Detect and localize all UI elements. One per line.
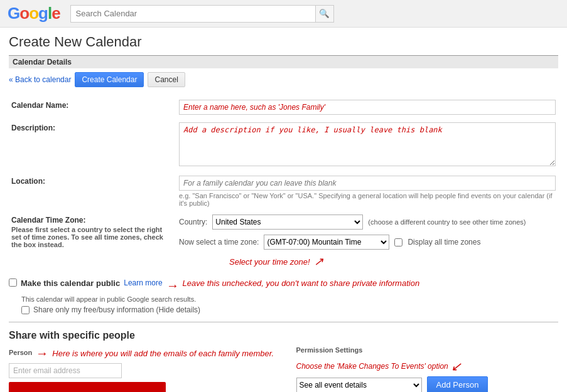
country-label: Country: [179,218,207,226]
leave-unchecked-annotation: Leave this unchecked, you don't want to … [183,278,420,288]
arrow-left-icon: ← [166,278,179,293]
timezone-label-cell: Calendar Time Zone: Please first select … [9,211,176,272]
country-hint: (choose a different country to see other… [368,218,526,226]
top-action-bar: « Back to calendar Create Calendar Cance… [9,72,558,87]
timezone-field-cell: Country: United States (choose a differe… [176,211,558,272]
make-public-row: Make this calendar public Learn more ← L… [9,278,558,293]
tz-now-label: Now select a time zone: [179,238,259,246]
calendar-name-row: Calendar Name: [9,96,558,119]
search-icon: 🔍 [319,9,330,18]
permission-select[interactable]: See all event details [296,378,422,393]
permission-header-row: Permission Settings [296,346,559,356]
location-row: Location: e.g. "San Francisco" or "New Y… [9,172,558,211]
permission-arrow-icon: ↙ [451,359,462,374]
calendar-form: Calendar Name: Description: Location: e.… [9,96,558,272]
description-row: Description: [9,119,558,172]
calendar-name-label: Calendar Name: [9,96,176,119]
timezone-title: Calendar Time Zone: [11,216,170,225]
share-right: Permission Settings Choose the 'Make Cha… [284,346,559,392]
display-all-timezones-checkbox[interactable] [394,238,402,246]
timezone-annotation: Select your time zone! ↗ [229,255,556,268]
location-label: Location: [9,172,176,211]
section-divider [9,322,558,322]
section-header-calendar-details: Calendar Details [9,55,558,68]
learn-more-link[interactable]: Learn more [124,278,162,287]
search-input[interactable] [70,5,315,23]
arrow-up-right-icon: ↗ [314,255,323,268]
person-arrow-icon: ← [36,346,48,361]
timezone-select[interactable]: (GMT-07:00) Mountain Time [264,235,389,250]
make-public-section: Make this calendar public Learn more ← L… [9,278,558,314]
timezone-row: Calendar Time Zone: Please first select … [9,211,558,272]
description-field-cell [176,119,558,172]
page-content: Create New Calendar Calendar Details « B… [0,28,567,392]
email-input[interactable] [9,363,122,378]
share-section-title: Share with specific people [9,330,558,341]
google-logo: Google [8,4,60,23]
cancel-button-top[interactable]: Cancel [148,72,185,87]
share-left: Person ← Here is where you will add the … [9,346,284,392]
back-to-calendar-link-top[interactable]: « Back to calendar [9,75,71,84]
public-desc: This calendar will appear in public Goog… [21,295,558,303]
make-public-checkbox[interactable] [9,278,17,287]
permission-controls-row: See all event details Add Person [296,376,559,392]
search-bar: 🔍 [70,5,334,23]
timezone-annotation-text: Select your time zone! [229,257,310,267]
tz-select-row: Now select a time zone: (GMT-07:00) Moun… [179,235,556,250]
calendar-name-field-cell [176,96,558,119]
share-grid: Person ← Here is where you will add the … [9,346,558,392]
make-public-label: Make this calendar public [21,278,120,288]
permission-annotation-text: Choose the 'Make Changes To Events' opti… [296,362,448,371]
location-input[interactable] [179,176,556,191]
red-bar-decoration [9,382,166,392]
description-textarea[interactable] [179,122,556,166]
description-label: Description: [9,119,176,172]
display-all-label: Display all time zones [408,238,480,246]
country-select[interactable]: United States [212,215,363,230]
permission-col-header: Permission Settings [296,346,363,354]
location-field-cell: e.g. "San Francisco" or "New York" or "U… [176,172,558,211]
permission-annotation-row: Choose the 'Make Changes To Events' opti… [296,359,559,374]
location-hint: e.g. "San Francisco" or "New York" or "U… [179,192,556,207]
country-row: Country: United States (choose a differe… [179,215,556,230]
freebusy-label: Share only my free/busy information (Hid… [33,305,200,314]
create-calendar-button-top[interactable]: Create Calendar [75,72,144,87]
timezone-desc: Please first select a country to select … [11,226,170,248]
add-person-button[interactable]: Add Person [427,376,489,392]
person-col-header: Person [9,349,32,356]
person-annotation: Here is where you will add the emails of… [52,349,274,358]
freebusy-row: Share only my free/busy information (Hid… [21,305,558,314]
header: Google 🔍 [0,0,567,28]
email-row [9,363,284,378]
freebusy-checkbox[interactable] [21,306,30,314]
page-title: Create New Calendar [9,34,558,50]
calendar-name-input[interactable] [179,100,556,115]
search-button[interactable]: 🔍 [315,5,334,23]
person-header-row: Person ← Here is where you will add the … [9,346,284,361]
